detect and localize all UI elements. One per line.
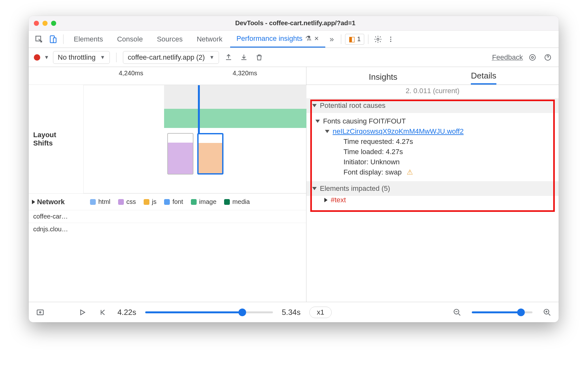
issues-count: 1: [357, 35, 361, 43]
record-menu-caret-icon[interactable]: ▼: [44, 55, 49, 60]
highlight-box: [310, 100, 555, 212]
tab-sources[interactable]: Sources: [150, 31, 189, 48]
svg-point-5: [390, 39, 391, 40]
slider-fill: [472, 311, 520, 313]
network-legend-row: Network html css js font image media: [29, 193, 306, 210]
network-label[interactable]: Network: [29, 198, 84, 206]
playback-slider[interactable]: [145, 311, 273, 313]
timeline-pane: 4,240ms 4,320ms Layout Shifts Network: [29, 67, 306, 302]
more-tabs-button[interactable]: »: [327, 35, 337, 44]
separator: [116, 53, 117, 62]
legend-css: css: [118, 198, 136, 205]
timeline-ruler: 4,240ms 4,320ms: [29, 67, 306, 85]
legend-js: js: [144, 198, 156, 205]
network-list: coffee-car… cdnjs.clou…: [29, 210, 306, 235]
zoom-in-icon[interactable]: [541, 307, 553, 318]
network-label-text: Network: [37, 198, 65, 206]
window-title: DevTools - coffee-cart.netlify.app/?ad=1: [37, 19, 554, 27]
chevron-down-icon: ▼: [209, 55, 215, 60]
tab-network[interactable]: Network: [190, 31, 229, 48]
tab-elements[interactable]: Elements: [67, 31, 109, 48]
tab-label: Console: [117, 35, 143, 43]
inspect-element-icon[interactable]: [33, 33, 45, 46]
ruler-tick: 4,240ms: [119, 70, 143, 85]
chevron-down-icon: ▼: [100, 55, 105, 60]
tab-label: Sources: [157, 35, 183, 43]
page-select[interactable]: coffee-cart.netlify.app (2) ▼: [123, 51, 219, 64]
details-tabs: Insights Details: [306, 67, 559, 85]
time-end: 5.34s: [282, 308, 301, 317]
expand-icon: [32, 200, 35, 204]
tab-console[interactable]: Console: [111, 31, 149, 48]
legend-font: font: [164, 198, 183, 205]
separator: [63, 34, 64, 44]
close-tab-icon[interactable]: ✕: [314, 35, 319, 42]
cls-current-line: 2. 0.011 (current): [306, 85, 559, 98]
svg-point-7: [531, 56, 533, 58]
details-pane: Insights Details 2. 0.011 (current) Pote…: [306, 67, 559, 302]
device-toolbar-icon[interactable]: [47, 33, 59, 46]
slider-thumb[interactable]: [238, 309, 246, 316]
ruler-tick: 4,320ms: [233, 70, 257, 85]
svg-rect-2: [53, 38, 56, 42]
tab-details[interactable]: Details: [471, 71, 496, 85]
legend-media: media: [224, 198, 250, 205]
network-legend: html css js font image media: [84, 198, 306, 205]
skip-start-icon[interactable]: [97, 307, 109, 318]
tab-label: Network: [197, 35, 222, 43]
slider-fill: [145, 311, 241, 313]
tab-insights[interactable]: Insights: [369, 72, 397, 85]
svg-point-8: [530, 55, 535, 60]
svg-point-3: [377, 38, 379, 40]
track-block-green: [164, 109, 306, 128]
toggle-view-icon[interactable]: [34, 307, 46, 318]
network-row-item[interactable]: coffee-car…: [29, 210, 306, 223]
flask-icon: ⚗: [305, 34, 312, 43]
delete-icon[interactable]: [253, 52, 265, 63]
svg-point-4: [390, 36, 391, 38]
svg-point-6: [390, 41, 391, 42]
throttling-select[interactable]: No throttling ▼: [53, 51, 110, 64]
titlebar: DevTools - coffee-cart.netlify.app/?ad=1: [29, 16, 559, 31]
zoom-out-icon[interactable]: [451, 307, 463, 318]
export-icon[interactable]: [223, 52, 234, 63]
legend-html: html: [90, 198, 110, 205]
layout-shift-thumbnail-selected[interactable]: [197, 133, 223, 175]
slider-thumb[interactable]: [517, 309, 525, 316]
layout-shifts-track[interactable]: [84, 85, 306, 193]
layout-shifts-row: Layout Shifts: [29, 85, 306, 193]
play-icon[interactable]: [77, 307, 88, 318]
zoom-slider[interactable]: [472, 311, 532, 313]
separator: [368, 34, 368, 44]
page-select-value: coffee-cart.netlify.app (2): [128, 53, 205, 62]
layout-shifts-label: Layout Shifts: [29, 85, 84, 193]
tab-label: Performance insights: [237, 34, 303, 43]
tab-performance-insights[interactable]: Performance insights ⚗ ✕: [230, 31, 325, 48]
record-button[interactable]: [34, 54, 40, 61]
kebab-menu-icon[interactable]: [385, 34, 396, 45]
feedback-link[interactable]: Feedback: [492, 53, 523, 62]
panel-settings-icon[interactable]: [527, 52, 538, 63]
time-start: 4.22s: [117, 308, 136, 317]
playback-bar: 4.22s 5.34s x1: [29, 302, 559, 322]
content: 4,240ms 4,320ms Layout Shifts Network: [29, 67, 559, 302]
separator: [341, 34, 341, 44]
panel-tabs: Elements Console Sources Network Perform…: [29, 31, 559, 48]
help-icon[interactable]: [542, 52, 554, 63]
network-row-item[interactable]: cdnjs.clou…: [29, 223, 306, 235]
settings-icon[interactable]: [372, 34, 384, 45]
svg-point-11: [40, 311, 41, 313]
svg-rect-10: [37, 310, 43, 315]
import-icon[interactable]: [238, 52, 250, 63]
details-body: 2. 0.011 (current) Potential root causes…: [306, 85, 559, 302]
devtools-window: DevTools - coffee-cart.netlify.app/?ad=1…: [29, 16, 559, 322]
warning-icon: ◧: [349, 35, 355, 43]
playback-speed[interactable]: x1: [309, 307, 331, 318]
tab-label: Elements: [74, 35, 103, 43]
throttling-value: No throttling: [58, 53, 96, 62]
layout-shift-thumbnail[interactable]: [167, 133, 193, 175]
legend-image: image: [191, 198, 216, 205]
insights-toolbar: ▼ No throttling ▼ coffee-cart.netlify.ap…: [29, 48, 559, 67]
issues-badge[interactable]: ◧ 1: [345, 34, 364, 45]
